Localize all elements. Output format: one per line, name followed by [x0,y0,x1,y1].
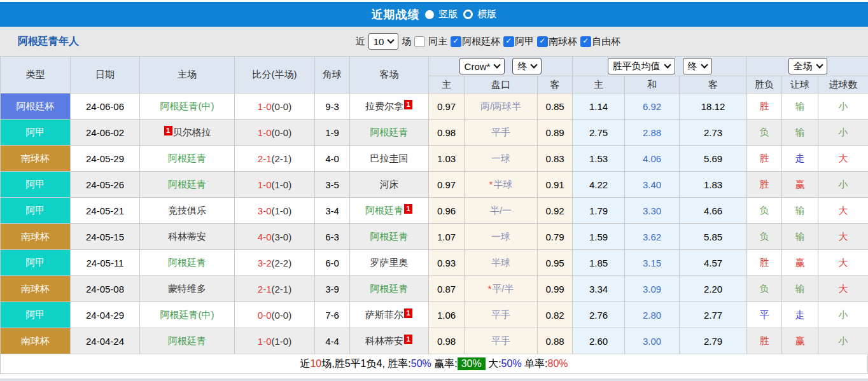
handicap-result-cell: 输 [782,224,818,250]
goals-cell: 小 [818,172,868,198]
games-count-select[interactable]: 10 [368,33,399,50]
col-header-date: 日期 [71,57,140,94]
away-team-cell: 阿根廷青 [350,276,429,302]
odds-company-select[interactable]: Crow* [459,58,505,74]
team-link[interactable]: 阿根廷青(中) [160,309,214,320]
asian-away-odds: 0.95 [538,250,573,276]
team-link[interactable]: 蒙特维多 [168,283,206,294]
asian-home-odds: 0.98 [429,120,465,146]
handicap-result-cell: 输 [782,276,818,302]
asian-away-odds: 0.85 [538,94,573,120]
league-badge: 南球杯 [1,146,71,172]
team-link[interactable]: 阿根廷青 [370,231,409,242]
horizontal-layout-label[interactable]: 横版 [478,8,497,20]
checked-checkbox-icon[interactable] [537,36,548,47]
horizontal-layout-radio[interactable] [463,10,473,19]
euro-draw-odds: 3.00 [625,328,680,354]
checked-checkbox-icon[interactable] [503,36,514,47]
asian-home-odds: 1.07 [429,224,465,250]
same-home-checkbox[interactable] [414,36,425,47]
euro-odds-selects: 胜平负均值 终 [573,57,747,76]
result-cell: 胜 [747,146,782,172]
league-filter-argentina-cup[interactable]: 阿根廷杯 [451,36,500,48]
table-row: 阿根廷杯 24-06-06 阿根廷青(中) 1-0(0-0) 9-3 拉费尔拿1… [1,94,868,120]
team-link[interactable]: 科林蒂安 [168,231,206,242]
team-link[interactable]: 阿根廷青 [168,153,206,163]
panel-title: 近期战绩 [372,7,420,22]
league-filter-libertadores[interactable]: 自由杯 [580,36,620,48]
team-link[interactable]: 阿根廷青 [370,283,409,294]
vertical-layout-label[interactable]: 竖版 [439,8,458,20]
vertical-layout-radio[interactable] [425,10,434,19]
table-row: 阿甲 24-05-21 竞技俱乐 3-0(1-0) 3-4 阿根廷青1 0.96… [1,198,868,224]
goals-cell: 小 [818,120,868,146]
team-link[interactable]: 阿根廷青 [168,179,206,190]
team-link[interactable]: 巴拉圭国 [370,153,409,163]
asian-home-odds: 0.96 [429,198,465,224]
team-link[interactable]: 贝尔格拉 [173,127,211,137]
title-bar: 近期战绩 竖版 横版 [0,2,868,27]
euro-draw-odds: 4.06 [625,146,680,172]
chevron-down-icon [494,61,501,68]
league-badge: 阿甲 [1,302,71,328]
filter-controls: 近 10 场 同主 阿根廷杯 阿甲 南球杯 自由杯 [356,33,621,50]
away-team-cell: 阿根廷青 [350,224,429,250]
handicap-result-cell: 输 [782,120,818,146]
euro-draw-odds: 6.92 [625,94,680,120]
team-link[interactable]: 罗萨里奥 [370,257,409,268]
recent-results-panel: 近期战绩 竖版 横版 阿根廷青年人 近 10 场 同主 阿根廷杯 阿甲 [0,0,868,381]
team-link[interactable]: 阿根廷青(中) [160,100,214,111]
team-link[interactable]: 竞技俱乐 [168,205,206,216]
asian-line: 平手 [465,302,538,328]
away-team-cell: 河床 [350,172,429,198]
asian-away-odds: 0.92 [538,198,573,224]
checked-checkbox-icon[interactable] [580,36,591,47]
team-link[interactable]: 阿根廷青 [365,205,403,216]
team-link[interactable]: 科林蒂安 [365,335,403,346]
euro-home-odds: 4.22 [573,172,625,198]
asian-home-odds: 0.87 [429,276,465,302]
avg-odds-select[interactable]: 胜平负均值 [608,58,675,74]
league-filter-primera[interactable]: 阿甲 [503,36,534,48]
match-date: 24-05-29 [71,146,140,172]
match-date: 24-04-29 [71,302,140,328]
league-filter-sudamericana[interactable]: 南球杯 [537,36,577,48]
summary-segment: 50% [501,358,522,370]
team-link[interactable]: 萨斯菲尔 [365,309,403,320]
euro-home-odds: 3.34 [573,276,625,302]
euro-draw-odds: 2.88 [625,120,680,146]
team-link[interactable]: 河床 [380,179,399,190]
games-label: 场 [402,36,411,48]
result-cell: 胜 [747,94,782,120]
scope-select[interactable]: 全场 [788,58,827,74]
goals-cell: 大 [818,276,868,302]
match-date: 24-05-15 [71,224,140,250]
chevron-down-icon [701,61,708,68]
same-home-label[interactable]: 同主 [428,36,447,48]
league-badge: 阿甲 [1,172,71,198]
team-link[interactable]: 阿根廷青 [168,257,206,268]
team-link[interactable]: 阿根廷青 [168,335,206,346]
handicap-result-cell: 走 [782,302,818,328]
away-team-cell: 萨斯菲尔1 [350,302,429,328]
table-row: 南球杯 24-05-29 阿根廷青 2-1(2-1) 4-0 巴拉圭国 1.03… [1,146,868,172]
score-cell: 1-0(0-0) [235,120,315,146]
goals-cell: 大 [818,250,868,276]
asian-line: 平手 [465,328,538,354]
corners-cell: 7-6 [315,302,350,328]
checked-checkbox-icon[interactable] [451,36,461,47]
league-badge: 南球杯 [1,224,71,250]
league-badge: 阿甲 [1,120,71,146]
score-cell: 3-0(1-0) [235,198,315,224]
corners-cell: 9-3 [315,94,350,120]
euro-draw-odds: 3.09 [625,276,680,302]
team-link[interactable]: 阿根廷青 [370,127,409,137]
score-cell: 1-0(0-0) [235,94,315,120]
asian-odds-selects: Crow* 终 [429,57,573,76]
asian-away-odds: 0.79 [538,224,573,250]
asian-final-select[interactable]: 终 [512,58,542,74]
team-link[interactable]: 拉费尔拿 [365,100,403,111]
result-cell: 胜 [747,172,782,198]
asian-away-odds: 0.99 [538,276,573,302]
euro-final-select[interactable]: 终 [683,58,712,74]
